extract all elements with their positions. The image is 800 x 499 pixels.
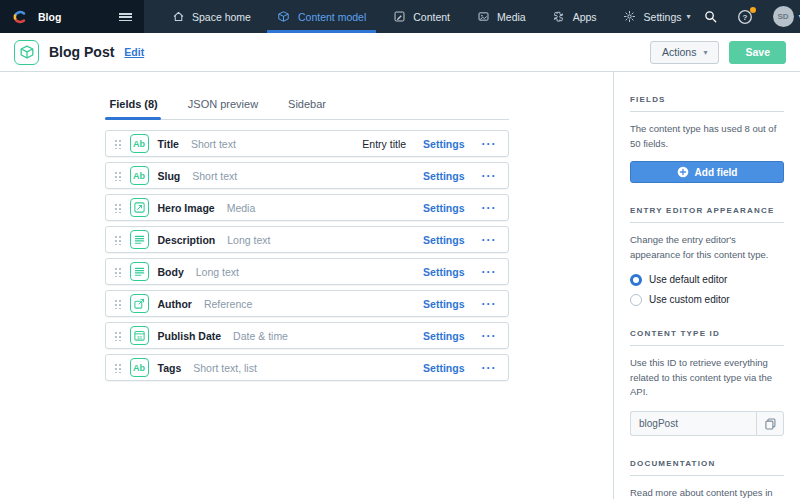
field-more-button[interactable]: ···	[482, 138, 497, 150]
editor-appearance-description: Change the entry editor's appearance for…	[630, 233, 784, 262]
field-type-label: Long text	[196, 266, 239, 278]
field-settings-link[interactable]: Settings	[423, 266, 464, 278]
account-menu[interactable]: SD ▾	[773, 6, 800, 27]
svg-text:?: ?	[742, 13, 747, 22]
field-row-slug: Ab Slug Short text Settings ···	[105, 162, 509, 189]
radio-label: Use custom editor	[649, 294, 730, 305]
add-icon	[677, 166, 689, 178]
home-icon	[171, 10, 185, 24]
field-more-button[interactable]: ···	[482, 362, 497, 374]
field-more-button[interactable]: ···	[482, 330, 497, 342]
field-settings-link[interactable]: Settings	[423, 234, 464, 246]
actions-button-label: Actions	[662, 46, 696, 58]
short-text-icon: Ab	[130, 166, 149, 185]
nav-item-label: Apps	[573, 11, 597, 23]
drag-handle-icon[interactable]	[114, 330, 121, 341]
radio-option-use-custom-editor[interactable]: Use custom editor	[630, 294, 784, 306]
nav-item-content[interactable]: Content ▾	[379, 0, 463, 33]
chevron-down-icon: ▾	[687, 12, 691, 21]
field-row-tags: Ab Tags Short text, list Settings ···	[105, 354, 509, 381]
tab-json-preview[interactable]: JSON preview	[187, 93, 259, 119]
field-settings-link[interactable]: Settings	[423, 138, 464, 150]
nav-item-apps[interactable]: Apps ▾	[539, 0, 610, 33]
field-settings-link[interactable]: Settings	[423, 362, 464, 374]
field-name: Hero Image	[158, 202, 215, 214]
fields-editor: Fields (8)JSON previewSidebar Ab Title S…	[0, 72, 613, 499]
nav-item-label: Space home	[192, 11, 251, 23]
editor-appearance-heading: ENTRY EDITOR APPEARANCE	[630, 206, 784, 223]
documentation-paragraph-1: Read more about content types in our gui…	[630, 486, 784, 499]
field-name: Slug	[158, 170, 181, 182]
radio-icon[interactable]	[630, 274, 642, 286]
drag-handle-icon[interactable]	[114, 298, 121, 309]
field-settings-link[interactable]: Settings	[423, 170, 464, 182]
nav-item-label: Content model	[298, 11, 366, 23]
drag-handle-icon[interactable]	[114, 202, 121, 213]
hamburger-menu-icon[interactable]	[119, 13, 132, 21]
add-field-button[interactable]: Add field	[630, 161, 784, 183]
field-name: Publish Date	[158, 330, 222, 342]
apps-icon	[552, 10, 566, 24]
field-more-button[interactable]: ···	[482, 298, 497, 310]
avatar[interactable]: SD	[773, 6, 794, 27]
field-row-body: Body Long text Settings ···	[105, 258, 509, 285]
nav-item-space-home[interactable]: Space home ▾	[158, 0, 264, 33]
main-area: Fields (8)JSON previewSidebar Ab Title S…	[0, 72, 800, 499]
svg-text:31: 31	[137, 335, 142, 340]
drag-handle-icon[interactable]	[114, 266, 121, 277]
field-settings-link[interactable]: Settings	[423, 202, 464, 214]
field-row-title: Ab Title Short text Entry title Settings…	[105, 130, 509, 157]
contentful-logo-icon[interactable]	[12, 9, 28, 25]
content-type-id-description: Use this ID to retrieve everything relat…	[630, 356, 784, 400]
editor-radio-group: Use default editor Use custom editor	[630, 274, 784, 306]
field-type-label: Short text, list	[193, 362, 257, 374]
field-type-label: Reference	[204, 298, 252, 310]
tab-sidebar[interactable]: Sidebar	[287, 93, 327, 119]
copy-button[interactable]	[756, 411, 784, 436]
content-type-id-input[interactable]	[630, 411, 756, 436]
topnav-items: Space home ▾ Content model ▾ Content ▾ M…	[158, 0, 704, 33]
field-name: Title	[158, 138, 179, 150]
nav-item-settings[interactable]: Settings ▾	[610, 0, 704, 33]
drag-handle-icon[interactable]	[114, 170, 121, 181]
field-name: Author	[158, 298, 192, 310]
add-field-label: Add field	[695, 167, 738, 178]
nav-item-label: Settings	[644, 11, 682, 23]
field-more-button[interactable]: ···	[482, 170, 497, 182]
drag-handle-icon[interactable]	[114, 138, 121, 149]
field-settings-link[interactable]: Settings	[423, 298, 464, 310]
nav-item-content-model[interactable]: Content model ▾	[264, 0, 379, 33]
drag-handle-icon[interactable]	[114, 234, 121, 245]
content-type-id-group	[630, 411, 784, 436]
entry-title-badge: Entry title	[362, 138, 406, 150]
help-icon[interactable]: ?	[737, 9, 753, 25]
radio-icon[interactable]	[630, 294, 642, 306]
long-text-icon	[130, 262, 149, 281]
content-type-icon	[14, 40, 39, 65]
field-list: Ab Title Short text Entry title Settings…	[105, 130, 509, 381]
radio-label: Use default editor	[649, 274, 727, 285]
content-type-id-heading: CONTENT TYPE ID	[630, 329, 784, 346]
documentation-heading: DOCUMENTATION	[630, 459, 784, 476]
save-button[interactable]: Save	[729, 41, 786, 64]
short-text-icon: Ab	[130, 358, 149, 377]
actions-button[interactable]: Actions ▾	[650, 41, 719, 64]
radio-option-use-default-editor[interactable]: Use default editor	[630, 274, 784, 286]
field-more-button[interactable]: ···	[482, 266, 497, 278]
tab-fields-8[interactable]: Fields (8)	[109, 93, 159, 119]
search-icon[interactable]	[704, 10, 717, 23]
media-field-icon	[130, 198, 149, 217]
topnav-right: ? SD ▾	[704, 0, 800, 33]
field-more-button[interactable]: ···	[482, 234, 497, 246]
field-more-button[interactable]: ···	[482, 202, 497, 214]
field-type-label: Date & time	[233, 330, 288, 342]
edit-link[interactable]: Edit	[124, 46, 144, 58]
nav-item-media[interactable]: Media ▾	[463, 0, 539, 33]
date-icon: 31	[130, 326, 149, 345]
page-header: Blog Post Edit Actions ▾ Save	[0, 33, 800, 72]
field-type-label: Short text	[191, 138, 236, 150]
drag-handle-icon[interactable]	[114, 362, 121, 373]
field-settings-link[interactable]: Settings	[423, 330, 464, 342]
reference-icon	[130, 294, 149, 313]
field-type-label: Long text	[227, 234, 270, 246]
